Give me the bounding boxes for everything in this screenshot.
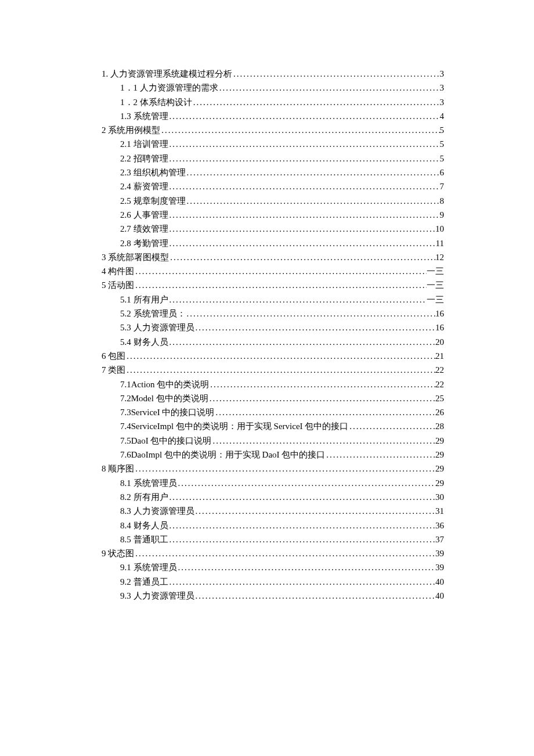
toc-entry[interactable]: 2.1 培训管理5 — [102, 137, 444, 151]
toc-leader-dots — [209, 377, 435, 391]
toc-title: 8.4 财务人员 — [120, 519, 168, 532]
toc-entry[interactable]: 7.3ServiceI 中的接口说明 26 — [102, 405, 444, 419]
toc-leader-dots — [168, 575, 436, 589]
toc-entry[interactable]: 8.1 系统管理员29 — [102, 476, 444, 490]
toc-entry[interactable]: 2 系统用例模型5 — [102, 123, 444, 137]
toc-leader-dots — [168, 152, 440, 165]
toc-page-number: 29 — [435, 476, 444, 490]
toc-entry[interactable]: 7.5DaoI 包中的接口说明29 — [102, 434, 444, 448]
toc-entry[interactable]: 9.2 普通员工40 — [102, 575, 444, 589]
toc-entry[interactable]: 1.3 系统管理4 — [102, 109, 444, 123]
toc-entry[interactable]: 5.4 财务人员20 — [102, 335, 444, 349]
toc-entry[interactable]: 1. 人力资源管理系统建模过程分析3 — [102, 67, 444, 81]
toc-title: 9.1 系统管理员 — [120, 560, 177, 574]
toc-entry[interactable]: 2.8 考勤管理11 — [102, 236, 444, 250]
toc-page-number: 25 — [435, 391, 444, 405]
toc-title: 3 系统部署图模型 — [102, 250, 169, 264]
toc-entry[interactable]: 5.2 系统管理员：16 — [102, 307, 444, 321]
toc-leader-dots — [208, 391, 435, 405]
toc-title: 9.2 普通员工 — [120, 575, 168, 589]
toc-title: 5.1 所有用户 — [120, 293, 168, 307]
toc-page-number: 21 — [435, 349, 444, 363]
toc-title: 2.8 考勤管理 — [120, 236, 168, 250]
toc-entry[interactable]: 4 构件图一三 — [102, 264, 444, 278]
toc-page-number: 40 — [435, 575, 444, 589]
toc-entry[interactable]: 7.4ServiceImpl 包中的类说明：用于实现 ServiceI 包中的接… — [102, 419, 444, 433]
toc-page-number: 16 — [435, 307, 444, 321]
toc-entry[interactable]: 8.2 所有用户30 — [102, 490, 444, 504]
toc-entry[interactable]: 2.5 规章制度管理8 — [102, 194, 444, 208]
toc-title: 2.6 人事管理 — [120, 208, 168, 222]
toc-entry[interactable]: 8 顺序图29 — [102, 462, 444, 476]
toc-page-number: 40 — [435, 589, 444, 603]
toc-leader-dots — [218, 81, 440, 95]
toc-page-number: 11 — [436, 236, 444, 250]
toc-entry[interactable]: 7 类图22 — [102, 363, 444, 377]
toc-title: 1.3 系统管理 — [120, 109, 168, 123]
toc-entry[interactable]: 5.1 所有用户一三 — [102, 293, 444, 307]
toc-entry[interactable]: 9.1 系统管理员39 — [102, 560, 444, 574]
toc-entry[interactable]: 2.2 招聘管理5 — [102, 152, 444, 165]
toc-title: 7.2Model 包中的类说明 — [120, 391, 208, 405]
toc-leader-dots — [168, 222, 436, 236]
toc-entry[interactable]: 1．1 人力资源管理的需求3 — [102, 81, 444, 95]
toc-title: 8.5 普通职工 — [120, 532, 168, 546]
toc-entry[interactable]: 2.3 组织机构管理6 — [102, 165, 444, 179]
toc-entry[interactable]: 2.6 人事管理9 — [102, 208, 444, 222]
toc-page-number: 16 — [435, 321, 444, 334]
toc-leader-dots — [177, 560, 436, 574]
toc-entry[interactable]: 6 包图21 — [102, 349, 444, 363]
toc-leader-dots — [177, 476, 436, 490]
toc-title: 2.4 薪资管理 — [120, 179, 168, 193]
toc-page-number: 6 — [440, 165, 445, 179]
toc-title: 4 构件图 — [102, 264, 134, 278]
toc-title: 6 包图 — [102, 349, 125, 363]
toc-page-number: 12 — [435, 250, 444, 264]
toc-page-number: 22 — [435, 363, 444, 377]
toc-title: 2.1 培训管理 — [120, 137, 168, 151]
toc-page-number: 39 — [435, 560, 444, 574]
toc-leader-dots — [125, 363, 435, 377]
toc-entry[interactable]: 9.3 人力资源管理员40 — [102, 589, 444, 603]
toc-title: 2.5 规章制度管理 — [120, 194, 186, 208]
toc-leader-dots — [169, 250, 435, 264]
toc-page-number: 3 — [440, 95, 445, 109]
toc-leader-dots — [168, 490, 436, 504]
toc-entry[interactable]: 7.6DaoImpl 包中的类说明：用于实现 DaoI 包中的接口 29 — [102, 448, 444, 462]
toc-page-number: 5 — [440, 137, 445, 151]
toc-title: 2.2 招聘管理 — [120, 152, 168, 165]
toc-leader-dots — [348, 419, 435, 433]
toc-entry[interactable]: 1．2 体系结构设计3 — [102, 95, 444, 109]
toc-title: 7.4ServiceImpl 包中的类说明：用于实现 ServiceI 包中的接… — [120, 419, 348, 433]
toc-page-number: 3 — [440, 81, 445, 95]
toc-leader-dots — [134, 278, 427, 292]
toc-leader-dots — [186, 307, 436, 321]
toc-entry[interactable]: 7.1Action 包中的类说明22 — [102, 377, 444, 391]
toc-entry[interactable]: 5 活动图一三 — [102, 278, 444, 292]
toc-page-number: 26 — [435, 405, 444, 419]
toc-page-number: 29 — [435, 462, 444, 476]
toc-title: 9 状态图 — [102, 546, 134, 560]
toc-leader-dots — [168, 532, 436, 546]
toc-entry[interactable]: 2.7 绩效管理10 — [102, 222, 444, 236]
toc-page-number: 37 — [435, 532, 444, 546]
toc-title: 2.3 组织机构管理 — [120, 165, 186, 179]
toc-leader-dots — [212, 434, 436, 448]
toc-leader-dots — [134, 462, 435, 476]
toc-entry[interactable]: 7.2Model 包中的类说明 25 — [102, 391, 444, 405]
toc-entry[interactable]: 8.3 人力资源管理员31 — [102, 504, 444, 518]
toc-leader-dots — [168, 109, 440, 123]
toc-entry[interactable]: 8.5 普通职工37 — [102, 532, 444, 546]
toc-entry[interactable]: 8.4 财务人员36 — [102, 519, 444, 532]
toc-page-number: 4 — [440, 109, 445, 123]
toc-entry[interactable]: 5.3 人力资源管理员16 — [102, 321, 444, 334]
toc-entry[interactable]: 2.4 薪资管理7 — [102, 179, 444, 193]
toc-leader-dots — [134, 546, 435, 560]
toc-leader-dots — [125, 349, 435, 363]
toc-page-number: 5 — [440, 123, 445, 137]
toc-title: 7.3ServiceI 中的接口说明 — [120, 405, 214, 419]
toc-entry[interactable]: 3 系统部署图模型12 — [102, 250, 444, 264]
toc-entry[interactable]: 9 状态图39 — [102, 546, 444, 560]
toc-page-number: 7 — [440, 179, 445, 193]
toc-leader-dots — [168, 208, 440, 222]
